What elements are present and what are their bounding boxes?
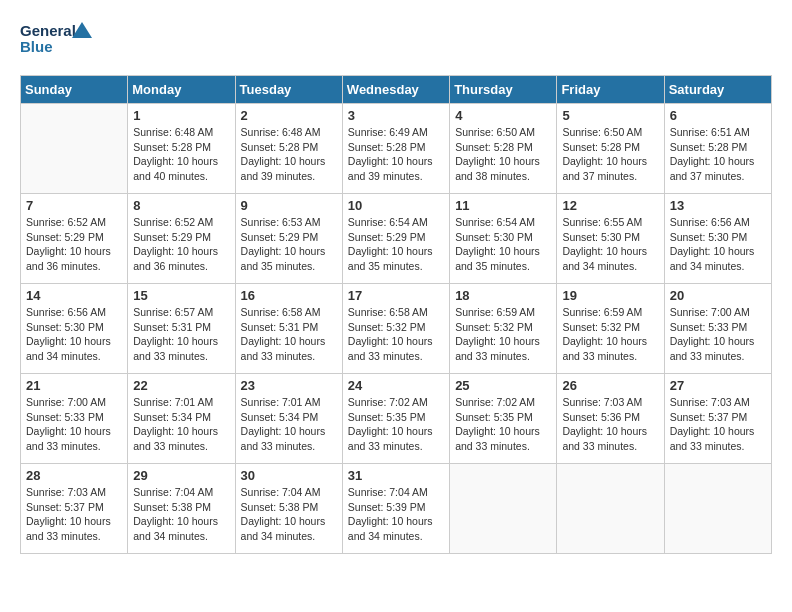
calendar-cell: 15Sunrise: 6:57 AM Sunset: 5:31 PM Dayli… [128, 284, 235, 374]
day-info: Sunrise: 6:53 AM Sunset: 5:29 PM Dayligh… [241, 215, 337, 274]
calendar-cell: 14Sunrise: 6:56 AM Sunset: 5:30 PM Dayli… [21, 284, 128, 374]
calendar-cell: 27Sunrise: 7:03 AM Sunset: 5:37 PM Dayli… [664, 374, 771, 464]
calendar-cell: 21Sunrise: 7:00 AM Sunset: 5:33 PM Dayli… [21, 374, 128, 464]
day-number: 30 [241, 468, 337, 483]
day-info: Sunrise: 6:48 AM Sunset: 5:28 PM Dayligh… [133, 125, 229, 184]
logo: General Blue [20, 20, 100, 65]
calendar-cell: 22Sunrise: 7:01 AM Sunset: 5:34 PM Dayli… [128, 374, 235, 464]
day-number: 4 [455, 108, 551, 123]
day-info: Sunrise: 6:48 AM Sunset: 5:28 PM Dayligh… [241, 125, 337, 184]
day-number: 22 [133, 378, 229, 393]
calendar-cell [450, 464, 557, 554]
day-number: 24 [348, 378, 444, 393]
calendar-header-sunday: Sunday [21, 76, 128, 104]
day-info: Sunrise: 6:56 AM Sunset: 5:30 PM Dayligh… [670, 215, 766, 274]
calendar-cell: 5Sunrise: 6:50 AM Sunset: 5:28 PM Daylig… [557, 104, 664, 194]
day-number: 29 [133, 468, 229, 483]
day-number: 9 [241, 198, 337, 213]
calendar-cell: 18Sunrise: 6:59 AM Sunset: 5:32 PM Dayli… [450, 284, 557, 374]
calendar-cell: 24Sunrise: 7:02 AM Sunset: 5:35 PM Dayli… [342, 374, 449, 464]
day-number: 1 [133, 108, 229, 123]
svg-text:Blue: Blue [20, 38, 53, 55]
day-info: Sunrise: 6:54 AM Sunset: 5:30 PM Dayligh… [455, 215, 551, 274]
calendar-cell: 31Sunrise: 7:04 AM Sunset: 5:39 PM Dayli… [342, 464, 449, 554]
day-info: Sunrise: 7:00 AM Sunset: 5:33 PM Dayligh… [26, 395, 122, 454]
day-number: 10 [348, 198, 444, 213]
calendar-body: 1Sunrise: 6:48 AM Sunset: 5:28 PM Daylig… [21, 104, 772, 554]
day-info: Sunrise: 6:52 AM Sunset: 5:29 PM Dayligh… [26, 215, 122, 274]
calendar-cell: 11Sunrise: 6:54 AM Sunset: 5:30 PM Dayli… [450, 194, 557, 284]
calendar-cell: 23Sunrise: 7:01 AM Sunset: 5:34 PM Dayli… [235, 374, 342, 464]
day-info: Sunrise: 7:02 AM Sunset: 5:35 PM Dayligh… [455, 395, 551, 454]
day-info: Sunrise: 6:58 AM Sunset: 5:31 PM Dayligh… [241, 305, 337, 364]
calendar-cell: 7Sunrise: 6:52 AM Sunset: 5:29 PM Daylig… [21, 194, 128, 284]
day-info: Sunrise: 7:04 AM Sunset: 5:39 PM Dayligh… [348, 485, 444, 544]
day-number: 16 [241, 288, 337, 303]
day-info: Sunrise: 7:01 AM Sunset: 5:34 PM Dayligh… [133, 395, 229, 454]
day-info: Sunrise: 6:50 AM Sunset: 5:28 PM Dayligh… [455, 125, 551, 184]
calendar-header-saturday: Saturday [664, 76, 771, 104]
day-info: Sunrise: 7:00 AM Sunset: 5:33 PM Dayligh… [670, 305, 766, 364]
calendar-cell: 25Sunrise: 7:02 AM Sunset: 5:35 PM Dayli… [450, 374, 557, 464]
calendar-cell: 26Sunrise: 7:03 AM Sunset: 5:36 PM Dayli… [557, 374, 664, 464]
day-info: Sunrise: 6:59 AM Sunset: 5:32 PM Dayligh… [562, 305, 658, 364]
calendar-week-1: 1Sunrise: 6:48 AM Sunset: 5:28 PM Daylig… [21, 104, 772, 194]
day-number: 19 [562, 288, 658, 303]
calendar-cell: 28Sunrise: 7:03 AM Sunset: 5:37 PM Dayli… [21, 464, 128, 554]
day-number: 21 [26, 378, 122, 393]
day-number: 26 [562, 378, 658, 393]
calendar-cell: 17Sunrise: 6:58 AM Sunset: 5:32 PM Dayli… [342, 284, 449, 374]
day-number: 13 [670, 198, 766, 213]
calendar-week-4: 21Sunrise: 7:00 AM Sunset: 5:33 PM Dayli… [21, 374, 772, 464]
day-info: Sunrise: 6:58 AM Sunset: 5:32 PM Dayligh… [348, 305, 444, 364]
day-info: Sunrise: 6:54 AM Sunset: 5:29 PM Dayligh… [348, 215, 444, 274]
day-number: 15 [133, 288, 229, 303]
day-number: 2 [241, 108, 337, 123]
day-info: Sunrise: 7:04 AM Sunset: 5:38 PM Dayligh… [133, 485, 229, 544]
calendar-cell: 19Sunrise: 6:59 AM Sunset: 5:32 PM Dayli… [557, 284, 664, 374]
calendar-cell: 13Sunrise: 6:56 AM Sunset: 5:30 PM Dayli… [664, 194, 771, 284]
calendar-cell: 29Sunrise: 7:04 AM Sunset: 5:38 PM Dayli… [128, 464, 235, 554]
day-info: Sunrise: 7:01 AM Sunset: 5:34 PM Dayligh… [241, 395, 337, 454]
day-number: 11 [455, 198, 551, 213]
day-info: Sunrise: 7:02 AM Sunset: 5:35 PM Dayligh… [348, 395, 444, 454]
day-number: 27 [670, 378, 766, 393]
calendar-cell [21, 104, 128, 194]
day-info: Sunrise: 6:56 AM Sunset: 5:30 PM Dayligh… [26, 305, 122, 364]
day-number: 25 [455, 378, 551, 393]
day-info: Sunrise: 6:52 AM Sunset: 5:29 PM Dayligh… [133, 215, 229, 274]
calendar-header-monday: Monday [128, 76, 235, 104]
day-number: 31 [348, 468, 444, 483]
calendar-cell: 1Sunrise: 6:48 AM Sunset: 5:28 PM Daylig… [128, 104, 235, 194]
calendar-cell: 20Sunrise: 7:00 AM Sunset: 5:33 PM Dayli… [664, 284, 771, 374]
day-info: Sunrise: 6:59 AM Sunset: 5:32 PM Dayligh… [455, 305, 551, 364]
calendar-week-5: 28Sunrise: 7:03 AM Sunset: 5:37 PM Dayli… [21, 464, 772, 554]
calendar-cell: 9Sunrise: 6:53 AM Sunset: 5:29 PM Daylig… [235, 194, 342, 284]
day-info: Sunrise: 6:49 AM Sunset: 5:28 PM Dayligh… [348, 125, 444, 184]
calendar-cell: 3Sunrise: 6:49 AM Sunset: 5:28 PM Daylig… [342, 104, 449, 194]
day-info: Sunrise: 6:57 AM Sunset: 5:31 PM Dayligh… [133, 305, 229, 364]
calendar-cell: 30Sunrise: 7:04 AM Sunset: 5:38 PM Dayli… [235, 464, 342, 554]
day-info: Sunrise: 7:04 AM Sunset: 5:38 PM Dayligh… [241, 485, 337, 544]
calendar-cell: 8Sunrise: 6:52 AM Sunset: 5:29 PM Daylig… [128, 194, 235, 284]
calendar-header-wednesday: Wednesday [342, 76, 449, 104]
day-info: Sunrise: 6:50 AM Sunset: 5:28 PM Dayligh… [562, 125, 658, 184]
calendar-cell: 16Sunrise: 6:58 AM Sunset: 5:31 PM Dayli… [235, 284, 342, 374]
day-number: 3 [348, 108, 444, 123]
day-info: Sunrise: 6:51 AM Sunset: 5:28 PM Dayligh… [670, 125, 766, 184]
day-number: 5 [562, 108, 658, 123]
calendar-week-2: 7Sunrise: 6:52 AM Sunset: 5:29 PM Daylig… [21, 194, 772, 284]
day-number: 17 [348, 288, 444, 303]
day-number: 18 [455, 288, 551, 303]
day-info: Sunrise: 6:55 AM Sunset: 5:30 PM Dayligh… [562, 215, 658, 274]
day-number: 7 [26, 198, 122, 213]
calendar-cell: 12Sunrise: 6:55 AM Sunset: 5:30 PM Dayli… [557, 194, 664, 284]
day-number: 14 [26, 288, 122, 303]
day-info: Sunrise: 7:03 AM Sunset: 5:36 PM Dayligh… [562, 395, 658, 454]
day-info: Sunrise: 7:03 AM Sunset: 5:37 PM Dayligh… [26, 485, 122, 544]
calendar-cell [664, 464, 771, 554]
calendar-header-row: SundayMondayTuesdayWednesdayThursdayFrid… [21, 76, 772, 104]
day-number: 28 [26, 468, 122, 483]
day-number: 23 [241, 378, 337, 393]
calendar-header-friday: Friday [557, 76, 664, 104]
